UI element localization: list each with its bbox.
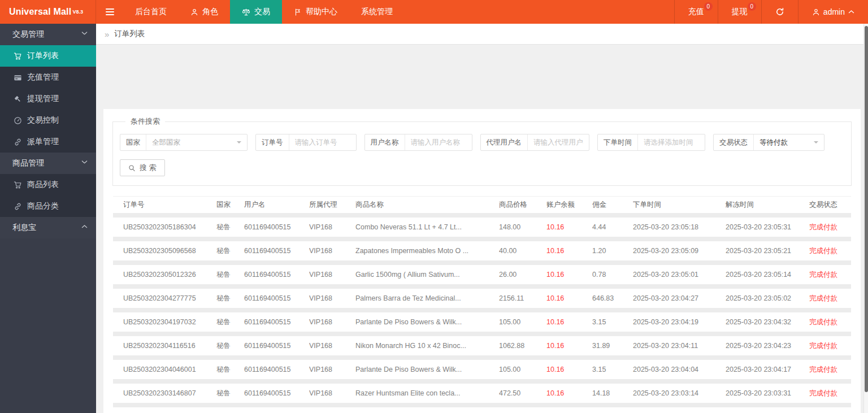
- sidebar-item-goods-list[interactable]: 商品列表: [0, 174, 96, 195]
- table-cell: 601169400515: [244, 294, 309, 302]
- table-cell: 2025-03-20 23:05:01: [633, 271, 726, 279]
- table-cell: 14.18: [592, 389, 633, 397]
- sidebar-item-trade-control[interactable]: 交易控制: [0, 110, 96, 131]
- recharge-button[interactable]: 充值 0: [674, 0, 718, 24]
- username-label: admin: [823, 7, 845, 16]
- admin-screen: Universal Mall V8.3 后台首页 角色: [0, 0, 868, 413]
- sidebar-item-label: 订单列表: [27, 51, 59, 61]
- sidebar-item-dispatch-management[interactable]: 派单管理: [0, 131, 96, 153]
- table-row: UB2503202303146807秘鲁601169400515VIP168Ra…: [113, 384, 851, 403]
- sidebar-item-label: 充值管理: [27, 72, 59, 82]
- sidebar-item-recharge-management[interactable]: 充值管理: [0, 67, 96, 88]
- agent-name-input[interactable]: [528, 134, 589, 150]
- table-cell: 秘鲁: [216, 294, 244, 303]
- column-header: 订单号: [123, 200, 216, 210]
- group-label: 利息宝: [12, 223, 36, 233]
- nav-label: 后台首页: [135, 7, 167, 17]
- select-arrow-icon: [814, 141, 818, 146]
- breadcrumb-current: 订单列表: [114, 29, 145, 39]
- card-icon: [14, 73, 22, 82]
- search-filters: 国家 全部国家 订单号 用户名称 代理用户名: [120, 134, 844, 151]
- table-cell: 646.83: [592, 294, 633, 302]
- table-row: UB2503202304277775秘鲁601169400515VIP168Pa…: [113, 289, 851, 308]
- table-cell: 148.00: [499, 223, 546, 231]
- nav-item-help-center[interactable]: 帮助中心: [282, 0, 349, 24]
- sidebar-group-interest-treasure[interactable]: 利息宝: [0, 217, 96, 238]
- sidebar-item-goods-category[interactable]: 商品分类: [0, 195, 96, 217]
- breadcrumb-separator: »: [105, 29, 109, 39]
- table-cell: Zapatones Impermeables Moto O ...: [355, 247, 499, 255]
- table-row: UB2503202304116516秘鲁601169400515VIP168Ni…: [113, 336, 851, 355]
- column-header: 下单时间: [633, 200, 726, 210]
- topbar-right: 充值 0 提现 0 admin: [674, 0, 868, 24]
- table-cell: 10.16: [546, 389, 592, 397]
- table-cell: 完成付款: [809, 294, 851, 303]
- column-header: 用户名: [244, 200, 309, 210]
- table-cell: 31.89: [592, 342, 633, 350]
- logo-text: Universal Mall: [9, 7, 71, 17]
- user-name-input[interactable]: [405, 134, 472, 150]
- table-cell: 0.78: [592, 271, 633, 279]
- nav-label: 角色: [202, 7, 218, 17]
- user-menu[interactable]: admin: [798, 0, 868, 24]
- row-separator: [113, 308, 851, 312]
- table-cell: 2025-03-20 23:04:17: [726, 366, 809, 373]
- flag-icon: [294, 8, 302, 16]
- order-time-input[interactable]: [638, 134, 705, 150]
- table-cell: 601169400515: [244, 389, 309, 397]
- table-cell: 2025-03-20 23:05:18: [633, 223, 726, 231]
- row-separator: [113, 332, 851, 336]
- column-header: 交易状态: [809, 200, 851, 210]
- recharge-badge: 0: [704, 2, 713, 11]
- column-header: 国家: [216, 200, 244, 210]
- scale-icon: [242, 8, 250, 16]
- trade-status-select[interactable]: 交易状态 等待付款: [713, 134, 824, 151]
- orders-table: 订单号国家用户名所属代理商品名称商品价格账户余额佣金下单时间解冻时间交易状态 U…: [113, 196, 851, 407]
- table-cell: VIP168: [309, 389, 355, 397]
- sidebar-item-label: 商品列表: [27, 180, 59, 190]
- nav-item-dashboard[interactable]: 后台首页: [123, 0, 179, 24]
- sidebar-item-label: 派单管理: [27, 137, 59, 147]
- country-select[interactable]: 国家 全部国家: [120, 134, 248, 151]
- sidebar-item-withdraw-management[interactable]: 提现管理: [0, 88, 96, 110]
- search-button[interactable]: 搜 索: [120, 159, 165, 176]
- nav-item-system[interactable]: 系统管理: [349, 0, 405, 24]
- row-separator: [113, 284, 851, 289]
- nav-item-roles[interactable]: 角色: [179, 0, 230, 24]
- withdraw-button[interactable]: 提现 0: [718, 0, 761, 24]
- order-no-input[interactable]: [289, 134, 356, 150]
- table-row: UB2503202305096568秘鲁601169400515VIP168Za…: [113, 241, 851, 260]
- table-cell: 完成付款: [809, 341, 851, 351]
- table-cell: 秘鲁: [216, 270, 244, 280]
- table-cell: 601169400515: [244, 342, 309, 350]
- table-cell: 2025-03-20 23:04:11: [633, 342, 726, 350]
- topbar: Universal Mall V8.3 后台首页 角色: [0, 0, 868, 24]
- table-cell: UB2503202305012326: [123, 271, 216, 279]
- table-cell: 10.16: [546, 223, 592, 231]
- sidebar-group-trade-management[interactable]: 交易管理: [0, 24, 96, 45]
- table-cell: 秘鲁: [216, 318, 244, 327]
- sidebar-group-goods-management[interactable]: 商品管理: [0, 153, 96, 174]
- sidebar-item-label: 商品分类: [27, 201, 59, 211]
- nav-label: 帮助中心: [306, 7, 337, 17]
- nav-item-trade[interactable]: 交易: [230, 0, 282, 24]
- refresh-button[interactable]: [761, 0, 798, 24]
- sidebar-toggle-button[interactable]: [96, 0, 123, 24]
- sidebar-submenu-trade: 订单列表 充值管理 提现管理 交易控制: [0, 45, 96, 153]
- row-separator: [113, 379, 851, 384]
- recharge-label: 充值: [688, 7, 704, 17]
- order-time-field: 下单时间: [597, 134, 705, 151]
- table-cell: 完成付款: [809, 246, 851, 256]
- table-header-row: 订单号国家用户名所属代理商品名称商品价格账户余额佣金下单时间解冻时间交易状态: [113, 196, 851, 213]
- sidebar-item-order-list[interactable]: 订单列表: [0, 45, 96, 67]
- group-label: 商品管理: [12, 158, 44, 168]
- scrollbar-thumb[interactable]: [865, 26, 868, 392]
- column-header: 解冻时间: [726, 200, 809, 210]
- agent-name-field: 代理用户名: [480, 134, 590, 151]
- table-cell: 4.44: [592, 223, 633, 231]
- table-cell: 105.00: [499, 366, 546, 373]
- table-cell: Palmers Barra de Tez Medicinal...: [355, 294, 499, 302]
- table-cell: 2025-03-20 23:05:21: [726, 247, 809, 255]
- table-cell: Parlante De Piso Bowers & Wilk...: [355, 318, 499, 326]
- app-logo[interactable]: Universal Mall V8.3: [0, 0, 96, 24]
